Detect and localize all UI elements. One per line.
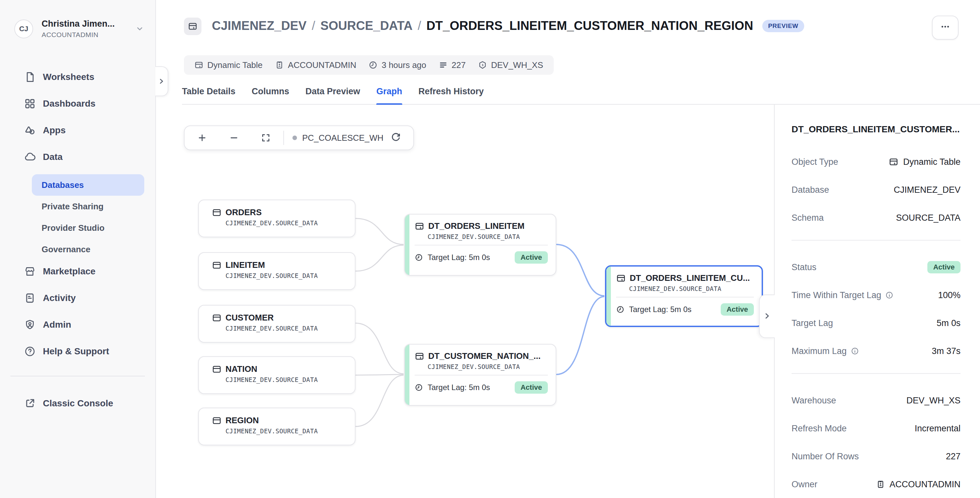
tab-table-details[interactable]: Table Details	[182, 86, 235, 104]
tab-graph[interactable]: Graph	[376, 86, 402, 104]
sidebar-item-label: Worksheets	[43, 72, 94, 82]
lineage-graph-canvas[interactable]: PC_COALESCE_WH ORDERS CJIMENEZ_DEV.SOURC…	[156, 105, 774, 498]
sidebar-item-governance[interactable]: Governance	[32, 239, 144, 260]
tab-refresh-history[interactable]: Refresh History	[418, 86, 484, 104]
graph-warehouse-label[interactable]: PC_COALESCE_WH	[302, 133, 383, 143]
toolbar-divider	[283, 131, 284, 145]
panel-row-owner: Owner ACCOUNTADMIN	[792, 479, 961, 490]
dynamic-table-icon	[889, 157, 899, 167]
breadcrumb-object: DT_ORDERS_LINEITEM_CUSTOMER_NATION_REGIO…	[426, 19, 753, 33]
fullscreen-icon	[261, 132, 271, 143]
refresh-graph-button[interactable]	[387, 129, 405, 147]
sidebar-item-worksheets[interactable]: Worksheets	[0, 64, 156, 90]
sidebar-subitem-label: Databases	[41, 180, 84, 190]
sidebar-item-dashboards[interactable]: Dashboards	[0, 90, 156, 117]
id-badge-icon	[275, 61, 284, 70]
panel-divider	[792, 240, 961, 241]
sidebar-item-help-support[interactable]: Help & Support	[0, 338, 156, 365]
graph-node-lineitem[interactable]: LINEITEM CJIMENEZ_DEV.SOURCE_DATA	[198, 252, 355, 290]
panel-row-status: Status Active	[792, 261, 961, 273]
meta-last-updated: 3 hours ago	[369, 60, 426, 70]
panel-row-warehouse: Warehouse DEV_WH_XS	[792, 394, 961, 406]
avatar: CJ	[14, 19, 33, 38]
panel-row-object-type: Object Type Dynamic Table	[792, 156, 961, 168]
status-badge: Active	[515, 381, 548, 394]
breadcrumb-separator: /	[312, 19, 315, 33]
sidebar-data-children: Databases Private Sharing Provider Studi…	[0, 174, 156, 260]
tab-data-preview[interactable]: Data Preview	[305, 86, 360, 104]
sidebar-item-private-sharing[interactable]: Private Sharing	[32, 196, 144, 217]
zoom-in-button[interactable]	[193, 129, 211, 147]
panel-row-database: Database CJIMENEZ_DEV	[792, 184, 961, 196]
sidebar-collapse-handle[interactable]	[155, 66, 168, 96]
dashboards-icon	[24, 98, 36, 110]
dynamic-table-icon	[616, 273, 626, 283]
user-name: Christina Jimen...	[41, 19, 115, 29]
meta-row-count: 227	[439, 60, 466, 70]
plus-icon	[197, 132, 207, 143]
meta-role: ACCOUNTADMIN	[275, 60, 356, 70]
panel-divider	[792, 373, 961, 374]
minus-icon	[229, 132, 239, 143]
chevron-right-icon	[158, 75, 165, 88]
graph-node-dt-orders-lineitem-customer-selected[interactable]: DT_ORDERS_LINEITEM_CU... CJIMENEZ_DEV.SO…	[605, 265, 763, 327]
more-actions-button[interactable]	[932, 16, 959, 40]
sidebar-item-label: Classic Console	[43, 398, 113, 409]
graph-node-dt-customer-nation[interactable]: DT_CUSTOMER_NATION_... CJIMENEZ_DEV.SOUR…	[404, 344, 556, 406]
sidebar-item-admin[interactable]: Admin	[0, 311, 156, 338]
panel-row-maximum-lag: Maximum Lag 3m 37s	[792, 345, 961, 357]
sidebar-nav-secondary: Marketplace Activity Admin Help & Suppor…	[0, 258, 156, 365]
breadcrumb-schema[interactable]: SOURCE_DATA	[320, 19, 413, 33]
sidebar-item-label: Admin	[43, 319, 71, 330]
meta-object-type: Dynamic Table	[194, 60, 262, 70]
apps-icon	[24, 124, 36, 136]
refresh-icon	[390, 132, 401, 144]
breadcrumb-separator: /	[418, 19, 422, 33]
tab-columns[interactable]: Columns	[252, 86, 290, 104]
data-cloud-icon	[24, 151, 36, 163]
object-meta-bar: Dynamic Table ACCOUNTADMIN 3 hours ago 2…	[184, 55, 554, 75]
sidebar-item-label: Data	[43, 152, 63, 162]
graph-node-customer[interactable]: CUSTOMER CJIMENEZ_DEV.SOURCE_DATA	[198, 305, 355, 343]
user-menu[interactable]: CJ Christina Jimen... ACCOUNTADMIN	[14, 19, 144, 39]
dynamic-table-icon	[194, 61, 204, 70]
sidebar-item-classic-console[interactable]: Classic Console	[0, 390, 156, 417]
sidebar-item-databases[interactable]: Databases	[32, 174, 144, 196]
graph-node-nation[interactable]: NATION CJIMENEZ_DEV.SOURCE_DATA	[198, 356, 355, 394]
sidebar-item-apps[interactable]: Apps	[0, 117, 156, 144]
info-icon[interactable]	[885, 291, 894, 299]
zoom-out-button[interactable]	[225, 129, 243, 147]
marketplace-icon	[24, 266, 36, 277]
sidebar-item-activity[interactable]: Activity	[0, 285, 156, 311]
user-role: ACCOUNTADMIN	[41, 31, 115, 39]
breadcrumb-database[interactable]: CJIMENEZ_DEV	[212, 19, 306, 33]
chevron-right-icon	[763, 310, 771, 322]
info-icon[interactable]	[851, 347, 859, 355]
clock-icon	[415, 383, 423, 392]
sidebar-item-provider-studio[interactable]: Provider Studio	[32, 217, 144, 239]
graph-node-orders[interactable]: ORDERS CJIMENEZ_DEV.SOURCE_DATA	[198, 200, 355, 237]
panel-title: DT_ORDERS_LINEITEM_CUSTOMER...	[792, 124, 961, 134]
warehouse-status-dot	[293, 136, 297, 140]
graph-node-region[interactable]: REGION CJIMENEZ_DEV.SOURCE_DATA	[198, 408, 355, 445]
details-panel-collapse-handle[interactable]	[759, 295, 775, 338]
graph-toolbar: PC_COALESCE_WH	[184, 126, 414, 150]
sidebar-subitem-label: Private Sharing	[41, 201, 103, 212]
sidebar-item-label: Marketplace	[43, 266, 95, 277]
sidebar-item-marketplace[interactable]: Marketplace	[0, 258, 156, 285]
fit-to-screen-button[interactable]	[257, 129, 275, 147]
graph-node-dt-orders-lineitem[interactable]: DT_ORDERS_LINEITEM CJIMENEZ_DEV.SOURCE_D…	[404, 214, 556, 276]
rows-icon	[439, 61, 448, 70]
panel-row-number-of-rows: Number Of Rows 227	[792, 450, 961, 462]
breadcrumb: CJIMENEZ_DEV / SOURCE_DATA / DT_ORDERS_L…	[212, 19, 921, 33]
help-icon	[24, 346, 36, 357]
clock-icon	[369, 61, 377, 70]
worksheets-icon	[24, 71, 36, 83]
sidebar-divider	[10, 376, 145, 377]
admin-shield-icon	[24, 319, 36, 330]
sidebar-subitem-label: Governance	[41, 244, 90, 255]
status-badge: Active	[515, 251, 548, 263]
sidebar-item-data[interactable]: Data	[0, 144, 156, 170]
activity-icon	[24, 292, 36, 304]
sidebar-nav-primary: Worksheets Dashboards Apps Data	[0, 64, 156, 170]
